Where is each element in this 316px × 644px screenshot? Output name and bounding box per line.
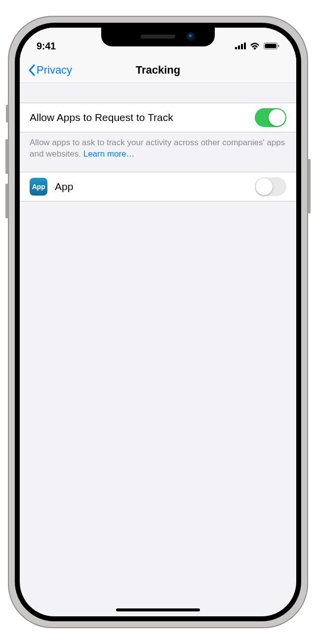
app-tracking-toggle[interactable] <box>255 177 286 196</box>
status-indicators <box>235 42 279 50</box>
svg-rect-2 <box>241 44 243 49</box>
screen: 9:41 <box>20 28 296 616</box>
svg-rect-0 <box>235 47 237 49</box>
app-icon: App <box>30 178 47 196</box>
app-name-label: App <box>55 181 255 193</box>
allow-tracking-row: Allow Apps to Request to Track <box>20 103 296 132</box>
svg-rect-5 <box>265 44 276 48</box>
page-title: Tracking <box>136 64 180 77</box>
device-frame: 9:41 <box>8 16 308 628</box>
battery-icon <box>264 42 279 49</box>
home-indicator[interactable] <box>116 608 200 611</box>
footer-text: Allow apps to ask to track your activity… <box>30 138 285 159</box>
volume-up-button <box>5 139 8 174</box>
learn-more-link[interactable]: Learn more… <box>83 149 135 159</box>
back-button[interactable]: Privacy <box>25 57 75 82</box>
svg-rect-1 <box>238 45 240 49</box>
power-button <box>308 159 311 213</box>
allow-tracking-label: Allow Apps to Request to Track <box>30 112 255 123</box>
toggle-knob <box>269 109 285 126</box>
notch <box>101 28 215 46</box>
chevron-left-icon <box>28 64 36 76</box>
allow-tracking-toggle[interactable] <box>255 108 286 127</box>
mute-switch <box>6 105 8 122</box>
settings-content: Allow Apps to Request to Track Allow app… <box>20 83 296 201</box>
cellular-signal-icon <box>235 42 246 49</box>
navigation-bar: Privacy Tracking <box>20 57 296 83</box>
app-tracking-row: App App <box>20 172 296 201</box>
speaker-grille <box>141 35 175 39</box>
svg-rect-6 <box>278 45 279 47</box>
volume-down-button <box>5 184 8 218</box>
back-label: Privacy <box>37 64 72 77</box>
allow-tracking-footer: Allow apps to ask to track your activity… <box>20 132 296 172</box>
toggle-knob <box>256 178 273 195</box>
wifi-icon <box>249 42 260 50</box>
status-time: 9:41 <box>37 40 56 52</box>
svg-rect-3 <box>244 42 246 49</box>
front-camera-icon <box>187 33 195 40</box>
